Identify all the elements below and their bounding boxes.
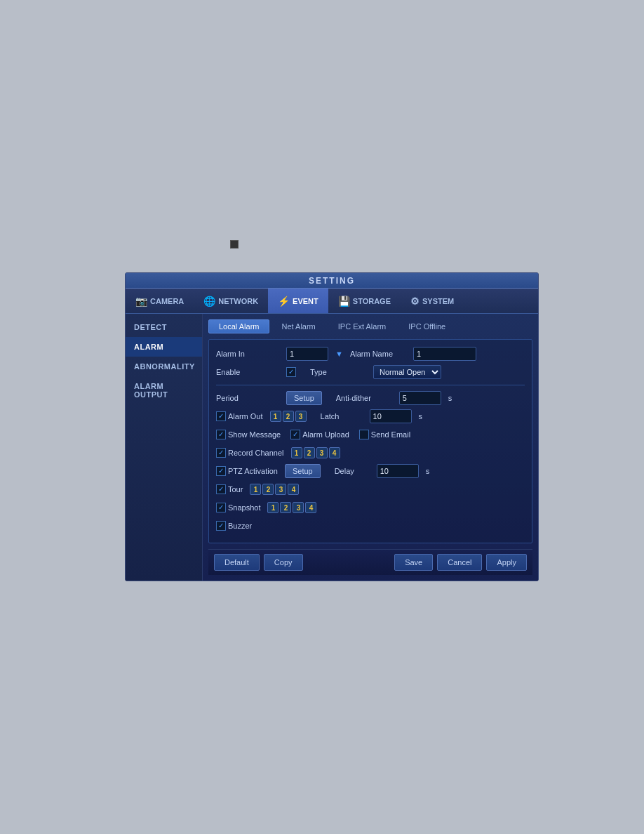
sub-tabs: Local Alarm Net Alarm IPC Ext Alarm IPC …: [208, 319, 532, 333]
tab-storage[interactable]: 💾 STORAGE: [328, 289, 401, 313]
snapshot-label: Snapshot: [228, 503, 260, 512]
ptz-setup-button[interactable]: Setup: [285, 464, 321, 478]
alarm-upload-label: Alarm Upload: [302, 430, 349, 439]
alarm-upload-checkbox-item[interactable]: Alarm Upload: [290, 430, 349, 439]
alarm-out-channels: 1 2 3: [270, 411, 307, 422]
tab-event[interactable]: ⚡ EVENT: [268, 289, 328, 313]
save-button[interactable]: Save: [394, 554, 433, 571]
record-channel-checkbox-item[interactable]: Record Channel: [216, 448, 284, 458]
alarm-name-label: Alarm Name: [350, 350, 406, 358]
row-alarm-out: Alarm Out 1 2 3 Latch s: [216, 409, 525, 423]
tab-network[interactable]: 🌐 NETWORK: [194, 289, 268, 313]
latch-unit: s: [419, 412, 423, 421]
sidebar-item-alarm[interactable]: ALARM: [126, 337, 202, 357]
period-label: Period: [216, 394, 279, 402]
send-email-checkbox[interactable]: [359, 430, 369, 439]
alarm-out-checkbox[interactable]: [216, 411, 226, 421]
cancel-button[interactable]: Cancel: [437, 554, 482, 571]
show-message-checkbox-item[interactable]: Show Message: [216, 430, 281, 439]
sub-tab-ipc-offline[interactable]: IPC Offline: [398, 319, 456, 333]
row-record-channel: Record Channel 1 2 3 4: [216, 446, 525, 460]
alarm-out-ch2[interactable]: 2: [283, 411, 294, 422]
period-setup-button[interactable]: Setup: [286, 391, 322, 405]
divider-1: [216, 385, 525, 385]
ptz-activation-checkbox[interactable]: [216, 466, 226, 476]
tour-ch4[interactable]: 4: [288, 484, 299, 495]
buzzer-label: Buzzer: [228, 522, 252, 530]
tab-camera[interactable]: 📷 CAMERA: [126, 289, 194, 313]
alarm-in-input[interactable]: [286, 347, 328, 361]
default-button[interactable]: Default: [214, 554, 260, 571]
send-email-label: Send Email: [371, 430, 410, 439]
alarm-in-label: Alarm In: [216, 350, 279, 358]
tour-ch2[interactable]: 2: [262, 484, 274, 495]
tab-network-label: NETWORK: [218, 297, 258, 305]
ptz-activation-checkbox-item[interactable]: PTZ Activation: [216, 466, 278, 476]
tab-system-label: SYSTEM: [422, 297, 454, 305]
type-select[interactable]: Normal Open Normal Close: [373, 365, 441, 379]
main-panel: Local Alarm Net Alarm IPC Ext Alarm IPC …: [203, 314, 538, 581]
tab-storage-label: STORAGE: [353, 297, 391, 305]
alarm-out-ch3[interactable]: 3: [295, 411, 307, 422]
storage-icon: 💾: [338, 296, 350, 307]
alarm-out-checkbox-item[interactable]: Alarm Out: [216, 411, 263, 421]
record-ch2[interactable]: 2: [304, 447, 315, 458]
alarm-name-input[interactable]: [413, 347, 476, 361]
tour-ch3[interactable]: 3: [275, 484, 286, 495]
copy-button[interactable]: Copy: [264, 554, 303, 571]
alarm-upload-checkbox[interactable]: [290, 430, 300, 439]
form-area: Alarm In ▼ Alarm Name Enable Type Normal…: [208, 339, 532, 543]
record-channel-nums: 1 2 3 4: [291, 447, 340, 458]
record-ch4[interactable]: 4: [329, 447, 340, 458]
snapshot-ch3[interactable]: 3: [293, 502, 304, 513]
alarm-out-ch1[interactable]: 1: [270, 411, 281, 422]
show-message-checkbox[interactable]: [216, 430, 226, 439]
camera-icon: 📷: [135, 296, 147, 307]
row-enable: Enable Type Normal Open Normal Close: [216, 365, 525, 379]
enable-label: Enable: [216, 368, 279, 376]
apply-button[interactable]: Apply: [486, 554, 527, 571]
enable-checkbox[interactable]: [286, 367, 296, 377]
snapshot-checkbox-item[interactable]: Snapshot: [216, 503, 260, 512]
row-alarm-in: Alarm In ▼ Alarm Name: [216, 347, 525, 361]
main-window: SETTING 📷 CAMERA 🌐 NETWORK ⚡ EVENT 💾 STO…: [125, 272, 539, 581]
anti-dither-input[interactable]: [399, 391, 441, 405]
window-title: SETTING: [309, 276, 355, 286]
sub-tab-net-alarm[interactable]: Net Alarm: [271, 319, 326, 333]
buzzer-checkbox[interactable]: [216, 521, 226, 531]
snapshot-ch4[interactable]: 4: [305, 502, 316, 513]
row-tour: Tour 1 2 3 4: [216, 482, 525, 496]
tab-event-label: EVENT: [293, 297, 318, 305]
record-ch1[interactable]: 1: [291, 447, 302, 458]
row-period: Period Setup Anti-dither s: [216, 391, 525, 405]
show-message-label: Show Message: [228, 430, 281, 439]
small-icon: [230, 240, 239, 249]
row-snapshot: Snapshot 1 2 3 4: [216, 501, 525, 515]
latch-label: Latch: [321, 412, 363, 421]
sidebar-item-detect[interactable]: DETECT: [126, 317, 202, 337]
record-channel-checkbox[interactable]: [216, 448, 226, 458]
delay-input[interactable]: [377, 464, 419, 478]
nav-tabs: 📷 CAMERA 🌐 NETWORK ⚡ EVENT 💾 STORAGE ⚙ S…: [126, 289, 538, 314]
send-email-checkbox-item[interactable]: Send Email: [359, 430, 410, 439]
tab-camera-label: CAMERA: [150, 297, 184, 305]
sidebar-item-abnormality[interactable]: ABNORMALITY: [126, 357, 202, 376]
tour-checkbox[interactable]: [216, 484, 226, 494]
sidebar-item-alarm-output[interactable]: ALARM OUTPUT: [126, 376, 202, 404]
snapshot-checkbox[interactable]: [216, 503, 226, 512]
tour-channel-nums: 1 2 3 4: [250, 484, 299, 495]
sidebar: DETECT ALARM ABNORMALITY ALARM OUTPUT: [126, 314, 203, 581]
alarm-in-dropdown-icon: ▼: [335, 350, 343, 358]
sub-tab-local-alarm[interactable]: Local Alarm: [208, 319, 269, 333]
record-channel-label: Record Channel: [228, 449, 284, 457]
snapshot-ch2[interactable]: 2: [280, 502, 291, 513]
tour-label: Tour: [228, 485, 243, 494]
tour-checkbox-item[interactable]: Tour: [216, 484, 243, 494]
sub-tab-ipc-ext-alarm[interactable]: IPC Ext Alarm: [328, 319, 396, 333]
snapshot-ch1[interactable]: 1: [267, 502, 279, 513]
record-ch3[interactable]: 3: [316, 447, 328, 458]
latch-input[interactable]: [370, 409, 412, 423]
tour-ch1[interactable]: 1: [250, 484, 261, 495]
tab-system[interactable]: ⚙ SYSTEM: [401, 289, 464, 313]
buzzer-checkbox-item[interactable]: Buzzer: [216, 521, 252, 531]
